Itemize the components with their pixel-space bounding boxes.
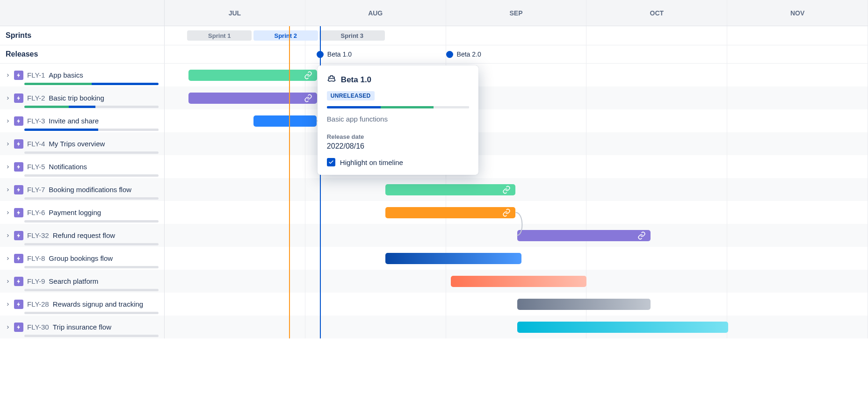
epic-bar[interactable] — [188, 70, 317, 81]
issue-sidebar-cell[interactable]: FLY-1App basics — [0, 64, 165, 86]
issue-row: FLY-9Search platform — [0, 270, 868, 293]
month-jul: JUL — [165, 0, 305, 26]
issue-progress-bar — [24, 129, 159, 131]
epic-icon — [14, 185, 23, 194]
release-popover: Beta 1.0 UNRELEASED Basic app functions … — [318, 65, 478, 175]
chevron-right-icon[interactable] — [6, 96, 10, 100]
release-marker[interactable]: Beta 1.0 — [317, 50, 352, 58]
issue-sidebar-cell[interactable]: FLY-28Rewards signup and tracking — [0, 293, 165, 316]
chevron-right-icon[interactable] — [6, 233, 10, 238]
release-date-value: 2022/08/16 — [327, 142, 469, 151]
issue-row: FLY-30Trip insurance flow — [0, 316, 868, 338]
chevron-right-icon[interactable] — [6, 256, 10, 261]
issue-sidebar-cell[interactable]: FLY-4My Trips overview — [0, 132, 165, 155]
epic-bar[interactable] — [253, 115, 317, 127]
epic-bar[interactable] — [517, 299, 651, 310]
issue-row: FLY-6Payment logging — [0, 201, 868, 224]
issue-timeline-cell — [165, 247, 868, 270]
dependency-link-icon[interactable] — [304, 71, 312, 79]
issue-progress-bar — [24, 243, 159, 245]
epic-bar[interactable] — [188, 93, 317, 104]
issue-sidebar-cell[interactable]: FLY-6Payment logging — [0, 201, 165, 224]
issue-timeline-cell — [165, 86, 868, 109]
highlight-checkbox-label: Highlight on timeline — [340, 158, 403, 166]
issue-progress-bar — [24, 289, 159, 291]
issue-title: Booking modifications flow — [49, 186, 131, 194]
sprints-label: Sprints — [6, 31, 31, 40]
issue-key: FLY-30 — [27, 323, 49, 331]
issue-title: Rewards signup and tracking — [53, 300, 143, 308]
epic-bar[interactable] — [385, 253, 521, 264]
sprint-pill[interactable]: Sprint 2 — [253, 30, 318, 41]
chevron-right-icon[interactable] — [6, 73, 10, 78]
issue-sidebar-cell[interactable]: FLY-3Invite and share — [0, 109, 165, 132]
issue-title: Payment logging — [49, 208, 101, 216]
chevron-right-icon[interactable] — [6, 279, 10, 284]
chevron-right-icon[interactable] — [6, 325, 10, 330]
issue-sidebar-cell[interactable]: FLY-30Trip insurance flow — [0, 316, 165, 338]
issue-row: FLY-32Refund request flow — [0, 224, 868, 247]
highlight-checkbox[interactable] — [327, 158, 335, 166]
issue-key: FLY-5 — [27, 163, 45, 171]
issue-sidebar-cell[interactable]: FLY-7Booking modifications flow — [0, 178, 165, 201]
issue-sidebar-cell[interactable]: FLY-9Search platform — [0, 270, 165, 293]
issue-timeline-cell — [165, 270, 868, 293]
epic-icon — [14, 300, 23, 309]
issue-timeline-cell — [165, 316, 868, 338]
issue-key: FLY-28 — [27, 300, 49, 308]
release-dot-icon — [446, 51, 453, 58]
issue-progress-bar — [24, 174, 159, 177]
epic-bar[interactable] — [517, 230, 651, 241]
epic-bar[interactable] — [385, 207, 515, 218]
issue-row: FLY-28Rewards signup and tracking — [0, 293, 868, 316]
chevron-right-icon[interactable] — [6, 302, 10, 307]
issue-key: FLY-4 — [27, 140, 45, 148]
chevron-right-icon[interactable] — [6, 165, 10, 169]
epic-icon — [14, 208, 23, 217]
issue-key: FLY-9 — [27, 277, 45, 285]
epic-icon — [14, 323, 23, 332]
dependency-link-icon[interactable] — [304, 94, 312, 102]
issue-key: FLY-7 — [27, 186, 45, 194]
issue-sidebar-cell[interactable]: FLY-2Basic trip booking — [0, 86, 165, 109]
epic-bar[interactable] — [517, 322, 728, 333]
chevron-right-icon[interactable] — [6, 210, 10, 215]
sprint-pill[interactable]: Sprint 1 — [187, 30, 252, 41]
issue-sidebar-cell[interactable]: FLY-8Group bookings flow — [0, 247, 165, 270]
issue-key: FLY-6 — [27, 208, 45, 216]
epic-bar[interactable] — [451, 276, 586, 287]
issue-progress-bar — [24, 151, 159, 154]
issue-progress-bar — [24, 335, 159, 337]
dependency-link-icon[interactable] — [637, 231, 646, 240]
release-marker[interactable]: Beta 2.0 — [446, 50, 481, 58]
dependency-link-icon[interactable] — [502, 208, 511, 217]
issue-progress-bar — [24, 83, 159, 85]
today-marker — [289, 26, 290, 338]
chevron-right-icon[interactable] — [6, 142, 10, 146]
chevron-right-icon[interactable] — [6, 187, 10, 192]
month-nov: NOV — [727, 0, 868, 26]
release-status-lozenge: UNRELEASED — [327, 91, 375, 100]
month-oct: OCT — [586, 0, 727, 26]
release-date-label: Release date — [327, 133, 469, 140]
sprint-pill[interactable]: Sprint 3 — [319, 30, 385, 41]
release-progress-bar — [327, 106, 469, 108]
dependency-link-icon[interactable] — [502, 186, 511, 194]
issue-progress-bar — [24, 220, 159, 223]
issue-key: FLY-32 — [27, 231, 49, 239]
issue-sidebar-cell[interactable]: FLY-5Notifications — [0, 155, 165, 178]
release-name: Beta 1.0 — [327, 50, 352, 58]
issue-timeline-cell — [165, 109, 868, 132]
issue-timeline-cell — [165, 132, 868, 155]
chevron-right-icon[interactable] — [6, 119, 10, 123]
issue-sidebar-cell[interactable]: FLY-32Refund request flow — [0, 224, 165, 247]
issue-timeline-cell — [165, 293, 868, 316]
epic-bar[interactable] — [385, 184, 515, 195]
issue-title: Search platform — [49, 277, 98, 285]
month-header-row: JUL AUG SEP OCT NOV — [0, 0, 868, 26]
issue-title: Notifications — [49, 163, 87, 171]
sidebar-header-blank — [0, 0, 165, 26]
issue-row: FLY-7Booking modifications flow — [0, 178, 868, 201]
month-sep: SEP — [446, 0, 587, 26]
issue-timeline-cell — [165, 224, 868, 247]
